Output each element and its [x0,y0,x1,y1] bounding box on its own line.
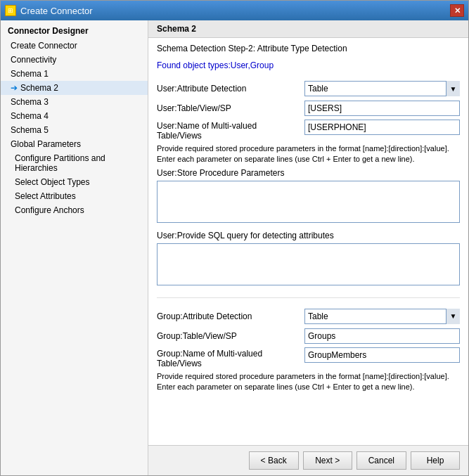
section-divider [157,297,460,298]
sidebar-item-label: Global Parameters [11,139,81,149]
footer: < Back Next > Cancel Help [148,445,468,475]
sidebar-item-label: Schema 4 [11,111,49,121]
sidebar-item-label: Schema 3 [11,97,49,107]
main-content: Connector Designer Create Connector Conn… [1,20,468,475]
sidebar-item-schema1[interactable]: Schema 1 [1,67,148,81]
sidebar-item-schema4[interactable]: Schema 4 [1,109,148,123]
user-section: User:Attribute Detection Table View SP ▼ [148,76,468,292]
sidebar-item-configure-anchors[interactable]: Configure Anchors [1,203,148,217]
user-sql-query-label: User:Provide SQL query for detecting att… [157,231,460,240]
cancel-button[interactable]: Cancel [356,451,406,470]
group-multi-valued-row: Group:Name of Multi-valuedTable/Views [157,347,460,368]
user-attribute-detection-wrapper: Table View SP ▼ [304,81,460,96]
main-window: ⊞ Create Connector ✕ Connector Designer … [0,0,469,476]
group-multi-valued-label: Group:Name of Multi-valuedTable/Views [157,347,304,368]
sidebar-item-select-attributes[interactable]: Select Attributes [1,189,148,203]
sidebar-item-label: Schema 5 [11,125,49,135]
user-table-view-sp-row: User:Table/View/SP [157,100,460,117]
user-attribute-detection-select[interactable]: Table View SP [304,81,460,96]
group-table-view-sp-label: Group:Table/View/SP [157,331,304,341]
found-objects-value: User,Group [231,60,274,70]
sidebar-item-create-connector[interactable]: Create Connector [1,39,148,53]
sidebar-item-select-object-types[interactable]: Select Object Types [1,175,148,189]
title-bar-left: ⊞ Create Connector [5,5,93,16]
user-store-procedure-label: User:Store Procedure Parameters [157,168,460,178]
arrow-icon: ➔ [11,83,18,93]
window-title: Create Connector [20,6,93,16]
group-table-view-sp-wrapper [304,328,460,344]
group-section: Group:Attribute Detection Table View SP … [148,304,468,400]
group-multi-valued-input[interactable] [304,347,460,363]
title-bar: ⊞ Create Connector ✕ [1,1,468,20]
user-multi-valued-row: User:Name of Multi-valuedTable/Views [157,120,460,141]
user-store-procedure-textarea[interactable] [157,181,460,223]
sidebar-item-label: Select Object Types [15,177,90,187]
sidebar-item-label: Select Attributes [15,191,76,201]
group-table-view-sp-input[interactable] [304,328,460,344]
content-header: Schema 2 [148,20,468,38]
sidebar-item-label: Connectivity [11,55,56,65]
user-table-view-sp-input[interactable] [304,101,460,116]
user-attribute-detection-select-wrapper: Table View SP ▼ [304,81,460,96]
sidebar-item-label: Configure Anchors [15,205,84,215]
content-area: Schema 2 Schema Detection Step-2: Attrib… [148,20,468,475]
sidebar-item-connectivity[interactable]: Connectivity [1,53,148,67]
group-multi-valued-wrapper [304,347,460,363]
found-objects-label: Found object types: [157,60,231,70]
user-sql-query-textarea[interactable] [157,243,460,285]
sidebar-item-schema5[interactable]: Schema 5 [1,123,148,137]
found-objects: Found object types:User,Group [148,60,468,76]
user-info-text: Provide required stored procedure parame… [157,143,460,165]
help-button[interactable]: Help [411,451,460,470]
user-multi-valued-wrapper [304,120,460,135]
sidebar-item-schema3[interactable]: Schema 3 [1,95,148,109]
bottom-spacer [148,400,468,414]
sidebar-item-schema2[interactable]: ➔ Schema 2 [1,81,148,95]
group-attribute-detection-select[interactable]: Table View SP [304,309,460,324]
next-button[interactable]: Next > [303,451,352,470]
user-table-view-sp-wrapper [304,101,460,116]
sidebar-item-label: Configure Partitions and Hierarchies [15,153,141,173]
group-attribute-detection-label: Group:Attribute Detection [157,311,304,321]
group-attribute-detection-row: Group:Attribute Detection Table View SP … [157,308,460,325]
sidebar-item-configure-partitions[interactable]: Configure Partitions and Hierarchies [1,151,148,175]
app-icon: ⊞ [5,5,16,16]
sidebar-item-global-parameters[interactable]: Global Parameters [1,137,148,151]
close-button[interactable]: ✕ [450,4,464,17]
sidebar-item-label: Schema 2 [20,83,58,93]
group-attribute-detection-select-wrapper: Table View SP ▼ [304,309,460,324]
user-table-view-sp-label: User:Table/View/SP [157,103,304,113]
user-multi-valued-label: User:Name of Multi-valuedTable/Views [157,120,304,141]
user-attribute-detection-row: User:Attribute Detection Table View SP ▼ [157,80,460,97]
sidebar-section-title: Connector Designer [1,23,148,39]
step-title: Schema Detection Step-2: Attribute Type … [148,38,468,53]
content-body: Schema Detection Step-2: Attribute Type … [148,38,468,445]
group-table-view-sp-row: Group:Table/View/SP [157,328,460,345]
group-attribute-detection-wrapper: Table View SP ▼ [304,309,460,324]
user-multi-valued-input[interactable] [304,120,460,135]
group-info-text: Provide required stored procedure parame… [157,371,460,393]
back-button[interactable]: < Back [249,451,299,470]
sidebar: Connector Designer Create Connector Conn… [1,20,148,475]
sidebar-item-label: Schema 1 [11,69,49,79]
sidebar-item-label: Create Connector [11,41,77,51]
user-attribute-detection-label: User:Attribute Detection [157,84,304,94]
